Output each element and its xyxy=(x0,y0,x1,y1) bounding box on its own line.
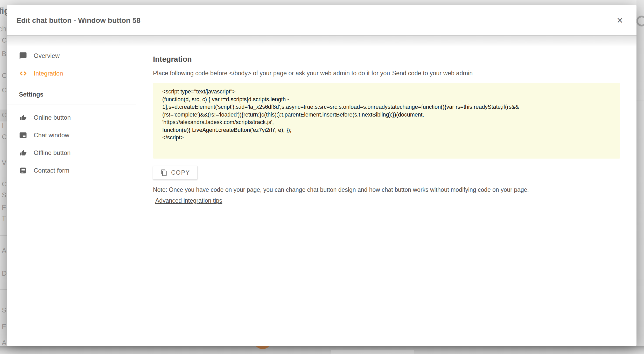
contact-form-icon xyxy=(19,166,27,175)
background-menu-letter: C xyxy=(2,36,7,44)
sidebar-item-chat-window[interactable]: Chat window xyxy=(7,126,136,144)
background-menu-letter: I xyxy=(2,121,4,130)
instruction-text: Place following code before </body> of y… xyxy=(153,69,620,77)
copy-button-label: COPY xyxy=(171,169,190,176)
background-divider xyxy=(0,289,7,290)
modal-header: Edit chat button - Window button 58 × xyxy=(7,5,636,36)
background-menu-letter: F xyxy=(2,323,6,331)
chat-bubble-icon xyxy=(19,51,27,60)
page-title: Integration xyxy=(153,55,620,64)
advanced-integration-tips-link[interactable]: Advanced integration tips xyxy=(155,197,222,204)
background-menu-letter: S xyxy=(2,306,6,314)
integration-panel: Integration Place following code before … xyxy=(136,36,636,345)
copy-button[interactable]: COPY xyxy=(153,166,198,180)
background-menu-letter: C xyxy=(2,86,7,94)
edit-chat-button-modal: Edit chat button - Window button 58 × Ov… xyxy=(7,5,636,346)
integration-code-block[interactable]: <script type="text/javascript"> (functio… xyxy=(153,83,620,159)
background-menu-letter: T xyxy=(2,214,6,222)
sidebar-item-overview[interactable]: Overview xyxy=(7,47,136,65)
sidebar-item-contact-form[interactable]: Contact form xyxy=(7,162,136,179)
background-menu-letter: V xyxy=(2,159,6,167)
thumb-up-icon xyxy=(19,148,27,157)
background-menu-letter: A xyxy=(2,247,6,255)
background-menu-letter: B xyxy=(2,50,6,58)
sidebar-item-label: Contact form xyxy=(34,167,69,174)
history-ring-icon xyxy=(636,16,644,26)
sidebar-item-online-button[interactable]: Online button xyxy=(7,109,136,126)
sidebar-item-label: Overview xyxy=(34,52,60,59)
background-menu-letter: C xyxy=(2,180,7,188)
background-menu-letter: C xyxy=(2,111,7,119)
sidebar-item-label: Chat window xyxy=(34,132,69,139)
background-left-menu: fig ch CBCCCICVCSFTADSFA xyxy=(0,0,7,354)
background-menu-letter: C xyxy=(2,133,7,141)
background-menu-letter: F xyxy=(2,203,6,212)
thumb-up-icon xyxy=(19,113,27,122)
background-search-text: ch xyxy=(0,24,6,33)
sidebar-section-settings: Settings xyxy=(7,84,136,105)
close-icon[interactable]: × xyxy=(612,5,628,36)
background-bottom-edge xyxy=(0,346,644,354)
copy-icon xyxy=(160,169,167,176)
modal-sidebar: Overview Integration Settings Online but… xyxy=(7,36,136,345)
note-text: Note: Once you have code on your page, y… xyxy=(153,186,620,194)
send-code-link[interactable]: Send code to your web admin xyxy=(392,70,473,77)
sidebar-item-label: Offline button xyxy=(34,149,71,156)
background-divider xyxy=(636,100,644,100)
sidebar-item-label: Online button xyxy=(34,114,71,121)
instruction-label: Place following code before </body> of y… xyxy=(153,70,390,77)
sidebar-item-label: Integration xyxy=(34,70,63,77)
background-config-text: fig xyxy=(0,6,7,16)
dimmed-chat-button-preview xyxy=(254,346,272,349)
sidebar-item-integration[interactable]: Integration xyxy=(7,65,136,82)
background-menu-letter: D xyxy=(2,269,7,277)
code-icon xyxy=(19,69,27,78)
background-panel xyxy=(331,350,414,354)
integration-code: <script type="text/javascript"> (functio… xyxy=(162,88,611,142)
background-divider xyxy=(290,346,290,354)
chat-window-icon xyxy=(19,131,27,140)
background-menu-letter: S xyxy=(2,191,6,199)
modal-title: Edit chat button - Window button 58 xyxy=(16,5,141,36)
sidebar-item-offline-button[interactable]: Offline button xyxy=(7,144,136,162)
background-divider xyxy=(0,235,7,236)
background-menu-letter: C xyxy=(2,72,7,80)
background-right-edge xyxy=(636,0,644,354)
